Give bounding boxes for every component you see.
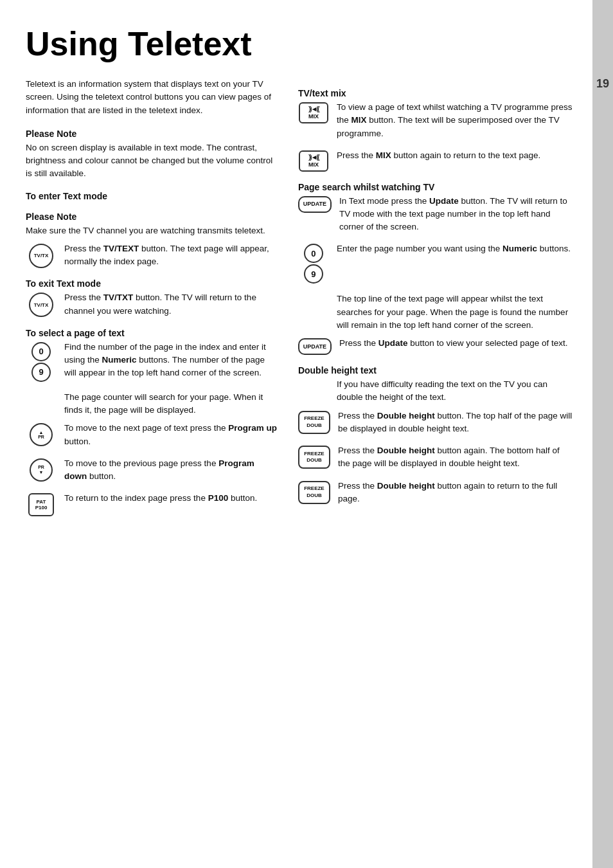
nine-icon-2: 9 — [304, 264, 323, 284]
freeze-icon-box-2: FREEZEDOUB — [298, 444, 330, 469]
update-icon-box-2: UPDATE — [298, 337, 332, 355]
update-content-1: In Text mode press the Update button. Th… — [339, 195, 573, 234]
freeze-row-2: FREEZEDOUB Press the Double height butto… — [298, 444, 573, 471]
update-row-2: UPDATE Press the Update button to view y… — [298, 337, 573, 355]
p100-icon-box: PATP100 — [26, 492, 57, 516]
program-down-content: To move to the previous page press the P… — [64, 457, 278, 484]
two-col-layout: Teletext is an information system that d… — [26, 78, 573, 525]
p100-row: PATP100 To return to the index page pres… — [26, 492, 278, 516]
select-page-icon-row: 0 9 Find the number of the page in the i… — [26, 341, 278, 382]
select-page-heading: To select a page of text — [26, 328, 278, 338]
tv-text-icon-box: TV/TX — [26, 242, 57, 268]
mix-icon-2: )))◄((( MIX — [299, 150, 328, 172]
enter-text-content: Press the TV/TEXT button. The text page … — [64, 242, 278, 269]
program-up-row: ▲PR To move to the next page of text pre… — [26, 422, 278, 448]
freeze-row-1: FREEZEDOUB Press the Double height butto… — [298, 410, 573, 436]
tv-txt-icon: TV/TX — [29, 293, 53, 317]
tv-text-mix-heading: TV/text mix — [298, 88, 573, 98]
right-column: TV/text mix )))◄((( MIX To view a page o… — [298, 78, 573, 525]
freeze-icon-1: FREEZEDOUB — [298, 411, 330, 434]
mix-icon-box-1: )))◄((( MIX — [298, 101, 329, 123]
update-icon-2: UPDATE — [298, 338, 332, 355]
mix-content-2: Press the MIX button again to return to … — [337, 149, 573, 162]
numeric-icon-box: 0 9 — [26, 341, 57, 382]
freeze-row-3: FREEZEDOUB Press the Double height butto… — [298, 480, 573, 506]
enter-text-heading: To enter Text mode — [26, 191, 278, 201]
enter-text-note-heading: Please Note — [26, 212, 278, 222]
right-tab: 19 — [592, 0, 613, 868]
freeze-icon-2: FREEZEDOUB — [298, 446, 330, 469]
numeric-icon-box-2: 0 9 — [298, 242, 329, 284]
zero-icon: 0 — [31, 342, 51, 361]
p100-icon: PATP100 — [28, 493, 54, 516]
freeze-icon-box-3: FREEZEDOUB — [298, 480, 330, 504]
double-height-intro: If you have difficulty reading the text … — [337, 378, 573, 404]
exit-text-content: Press the TV/TXT button. The TV will ret… — [64, 291, 278, 318]
nine-icon: 9 — [31, 363, 51, 382]
page-title: Using Teletext — [26, 26, 573, 62]
intro-text: Teletext is an information system that d… — [26, 78, 278, 117]
mix-row-1: )))◄((( MIX To view a page of text whils… — [298, 101, 573, 140]
freeze-content-2: Press the Double height button again. Th… — [338, 444, 573, 471]
tv-txt-icon-box: TV/TX — [26, 291, 57, 317]
freeze-icon-3: FREEZEDOUB — [298, 481, 330, 504]
p100-content: To return to the index page press the P1… — [64, 492, 278, 505]
page-container: Using Teletext Teletext is an informatio… — [0, 0, 613, 868]
update-row-1: UPDATE In Text mode press the Update but… — [298, 195, 573, 234]
tv-text-icon: TV/TX — [29, 244, 53, 268]
exit-text-icon-row: TV/TX Press the TV/TXT button. The TV wi… — [26, 291, 278, 318]
left-column: Teletext is an information system that d… — [26, 78, 278, 525]
page-search-heading: Page search whilst watching TV — [298, 182, 573, 192]
mix-icon-box-2: )))◄((( MIX — [298, 149, 329, 172]
please-note-heading: Please Note — [26, 129, 278, 139]
page-number: 19 — [596, 77, 609, 91]
pr-up-icon: ▲PR — [30, 423, 53, 446]
pr-down-icon-box: PR▼ — [26, 457, 57, 482]
please-note-text: No on screen display is available in tex… — [26, 141, 278, 181]
main-content: Using Teletext Teletext is an informatio… — [0, 0, 592, 868]
enter-text-icon-row: TV/TX Press the TV/TEXT button. The text… — [26, 242, 278, 269]
exit-text-heading: To exit Text mode — [26, 278, 278, 289]
program-up-content: To move to the next page of text press t… — [64, 422, 278, 448]
num-pair-1: 0 9 — [31, 342, 51, 382]
numeric-row-2: 0 9 Enter the page number you want using… — [298, 242, 573, 284]
pr-up-icon-box: ▲PR — [26, 422, 57, 446]
update-icon-box-1: UPDATE — [298, 195, 332, 213]
mix-content-1: To view a page of text whilst watching a… — [337, 101, 573, 140]
freeze-content-1: Press the Double height button. The top … — [338, 410, 573, 436]
top-line-text: The top line of the text page will appea… — [337, 293, 573, 332]
program-down-row: PR▼ To move to the previous page press t… — [26, 457, 278, 484]
mix-row-2: )))◄((( MIX Press the MIX button again t… — [298, 149, 573, 172]
enter-text-note-text: Make sure the TV channel you are watchin… — [26, 224, 278, 237]
select-page-content: Find the number of the page in the index… — [64, 341, 278, 380]
pr-down-icon: PR▼ — [30, 458, 53, 482]
num-pair-2: 0 9 — [304, 244, 323, 284]
freeze-content-3: Press the Double height button again to … — [338, 480, 573, 506]
numeric-content-2: Enter the page number you want using the… — [337, 242, 573, 255]
freeze-icon-box-1: FREEZEDOUB — [298, 410, 330, 434]
update-icon-1: UPDATE — [298, 196, 332, 213]
zero-icon-2: 0 — [304, 244, 323, 263]
mix-icon-1: )))◄((( MIX — [299, 102, 328, 123]
double-height-heading: Double height text — [298, 365, 573, 375]
mix-icons: )))◄((( MIX — [299, 102, 328, 123]
update-content-2: Press the Update button to view your sel… — [339, 337, 573, 350]
select-page-text2: The page counter will search for your pa… — [64, 391, 278, 417]
